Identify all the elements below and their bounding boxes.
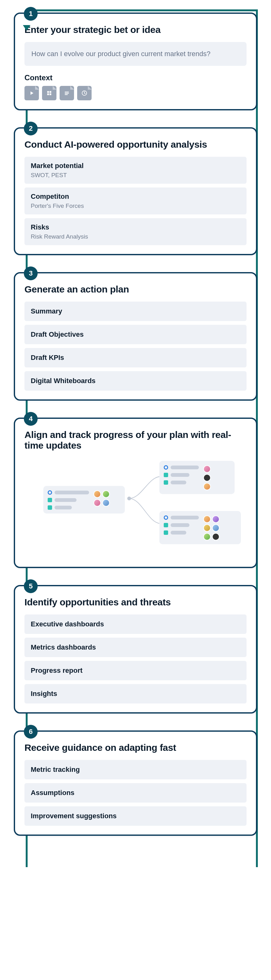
analysis-desc: Risk Reward Analysis — [31, 233, 240, 240]
step-badge: 2 — [24, 122, 38, 135]
step-title: Conduct AI-powered opportunity analysis — [24, 139, 247, 150]
svg-rect-6 — [65, 93, 69, 94]
step-card-6: 6 Receive guidance on adapting fast Metr… — [14, 730, 257, 836]
opportunity-item: Progress report — [24, 661, 247, 680]
step-title: Align and track progress of your plan wi… — [24, 430, 247, 451]
plan-item: Draft KPIs — [24, 348, 247, 368]
analysis-block: Competiton Porter's Five Forces — [24, 188, 247, 215]
step-title: Generate an action plan — [24, 284, 247, 295]
step-badge: 6 — [24, 725, 38, 738]
step-card-4: 4 Align and track progress of your plan … — [14, 418, 257, 568]
opportunity-item: Metrics dashboards — [24, 638, 247, 657]
step-title: Identify opportunities and threats — [24, 597, 247, 608]
context-label: Context — [24, 73, 247, 82]
alignment-diagram — [24, 458, 247, 558]
svg-rect-5 — [65, 92, 69, 92]
idea-input[interactable]: How can I evolve our product given curre… — [24, 42, 247, 66]
step-title: Receive guidance on adapting fast — [24, 742, 247, 753]
step-badge: 4 — [24, 412, 38, 426]
step-badge: 5 — [24, 579, 38, 593]
opportunity-item: Executive dashboards — [24, 614, 247, 634]
svg-rect-4 — [49, 94, 51, 95]
svg-rect-2 — [49, 91, 51, 93]
plan-item: Digital Whiteboards — [24, 371, 247, 391]
analysis-title: Market potential — [31, 162, 240, 170]
step-badge: 1 — [24, 7, 38, 21]
avatar-stack — [203, 465, 211, 490]
plan-node — [159, 461, 234, 494]
step-badge: 3 — [24, 266, 38, 280]
svg-rect-7 — [65, 94, 68, 95]
step-card-2: 2 Conduct AI-powered opportunity analysi… — [14, 127, 257, 255]
analysis-block: Risks Risk Reward Analysis — [24, 218, 247, 245]
play-file-icon[interactable] — [24, 86, 39, 100]
analysis-block: Market potential SWOT, PEST — [24, 157, 247, 184]
opportunity-item: Insights — [24, 684, 247, 703]
clock-file-icon[interactable] — [77, 86, 92, 100]
step-title: Enter your strategic bet or idea — [24, 24, 247, 35]
avatar-stack — [203, 515, 220, 541]
plan-node — [159, 511, 241, 544]
guidance-item: Assumptions — [24, 783, 247, 803]
plan-item: Draft Objectives — [24, 325, 247, 344]
analysis-title: Risks — [31, 223, 240, 231]
context-icons — [24, 86, 247, 100]
svg-rect-3 — [47, 94, 49, 95]
step-card-3: 3 Generate an action plan Summary Draft … — [14, 272, 257, 401]
guidance-item: Metric tracking — [24, 760, 247, 780]
analysis-title: Competiton — [31, 192, 240, 200]
svg-marker-0 — [30, 91, 33, 95]
guidance-item: Improvement suggestions — [24, 806, 247, 826]
lines-file-icon[interactable] — [60, 86, 74, 100]
svg-rect-1 — [47, 91, 49, 93]
step-card-1: 1 Enter your strategic bet or idea How c… — [14, 13, 257, 110]
analysis-desc: SWOT, PEST — [31, 172, 240, 179]
grid-file-icon[interactable] — [42, 86, 56, 100]
plan-node — [43, 486, 125, 514]
avatar-stack — [94, 490, 110, 507]
analysis-desc: Porter's Five Forces — [31, 202, 240, 209]
step-card-5: 5 Identify opportunities and threats Exe… — [14, 585, 257, 714]
plan-item: Summary — [24, 302, 247, 321]
